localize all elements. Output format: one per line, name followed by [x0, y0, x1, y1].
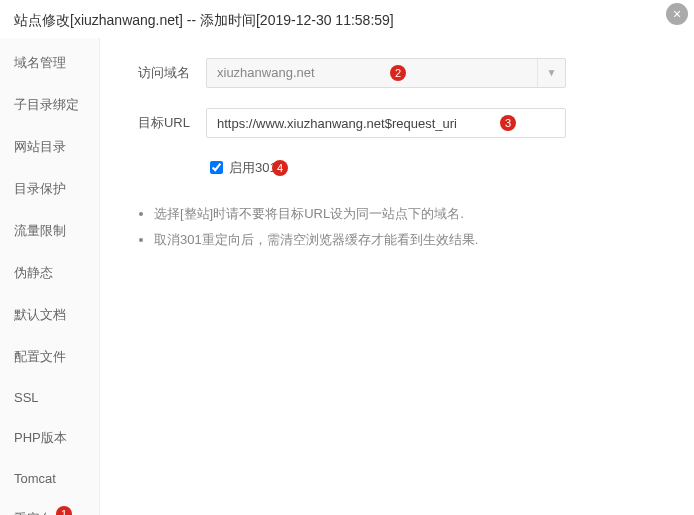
chevron-down-icon: ▼: [537, 59, 565, 87]
label-domain: 访问域名: [130, 64, 190, 82]
sidebar-item-redirect[interactable]: 重定向 1: [0, 498, 99, 515]
enable-301-checkbox[interactable]: [210, 161, 223, 174]
badge-4: 4: [272, 160, 288, 176]
sidebar-item-label: 子目录绑定: [14, 97, 79, 112]
badge-2: 2: [390, 65, 406, 81]
main-panel: 访问域名 xiuzhanwang.net ▼ 2 目标URL 3 启用301 4…: [100, 38, 694, 515]
domain-select-value: xiuzhanwang.net: [217, 65, 315, 80]
dialog-header: 站点修改[xiuzhanwang.net] -- 添加时间[2019-12-30…: [0, 0, 694, 38]
sidebar-item-ssl[interactable]: SSL: [0, 378, 99, 417]
sidebar-item-label: 配置文件: [14, 349, 66, 364]
enable-301-label: 启用301: [229, 159, 277, 177]
tips-list: 选择[整站]时请不要将目标URL设为同一站点下的域名. 取消301重定向后，需清…: [130, 201, 664, 253]
sidebar-item-label: 域名管理: [14, 55, 66, 70]
tip-line: 选择[整站]时请不要将目标URL设为同一站点下的域名.: [154, 201, 664, 227]
sidebar-item-php[interactable]: PHP版本: [0, 417, 99, 459]
sidebar-item-label: PHP版本: [14, 430, 67, 445]
row-url: 目标URL 3: [130, 108, 664, 138]
domain-select[interactable]: xiuzhanwang.net ▼: [206, 58, 566, 88]
badge-3: 3: [500, 115, 516, 131]
sidebar-item-traffic[interactable]: 流量限制: [0, 210, 99, 252]
dialog-title: 站点修改[xiuzhanwang.net] -- 添加时间[2019-12-30…: [14, 12, 394, 28]
sidebar: 域名管理 子目录绑定 网站目录 目录保护 流量限制 伪静态 默认文档 配置文件 …: [0, 38, 100, 515]
sidebar-item-domain[interactable]: 域名管理: [0, 42, 99, 84]
close-icon: ×: [673, 6, 681, 22]
sidebar-item-subdir[interactable]: 子目录绑定: [0, 84, 99, 126]
sidebar-item-dirprotect[interactable]: 目录保护: [0, 168, 99, 210]
sidebar-item-config[interactable]: 配置文件: [0, 336, 99, 378]
row-domain: 访问域名 xiuzhanwang.net ▼ 2: [130, 58, 664, 88]
sidebar-item-label: 默认文档: [14, 307, 66, 322]
sidebar-item-label: 伪静态: [14, 265, 53, 280]
sidebar-item-tomcat[interactable]: Tomcat: [0, 459, 99, 498]
sidebar-item-label: SSL: [14, 390, 39, 405]
sidebar-item-label: Tomcat: [14, 471, 56, 486]
sidebar-item-label: 目录保护: [14, 181, 66, 196]
sidebar-item-label: 网站目录: [14, 139, 66, 154]
sidebar-item-label: 流量限制: [14, 223, 66, 238]
sidebar-item-defaultdoc[interactable]: 默认文档: [0, 294, 99, 336]
row-enable301: 启用301 4: [206, 158, 664, 177]
sidebar-item-sitedir[interactable]: 网站目录: [0, 126, 99, 168]
sidebar-item-label: 重定向: [14, 511, 53, 515]
close-button[interactable]: ×: [666, 3, 688, 25]
label-url: 目标URL: [130, 114, 190, 132]
tip-line: 取消301重定向后，需清空浏览器缓存才能看到生效结果.: [154, 227, 664, 253]
sidebar-item-rewrite[interactable]: 伪静态: [0, 252, 99, 294]
badge-1: 1: [56, 506, 72, 515]
